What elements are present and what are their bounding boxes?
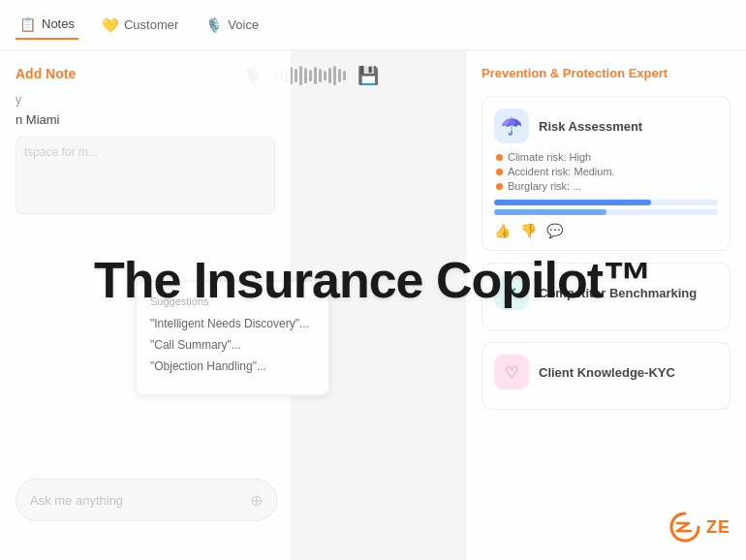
waveform-bar	[324, 71, 326, 80]
panel-field-label: y	[16, 93, 275, 107]
bullet-dot	[496, 169, 503, 175]
panel-field-value: n Miami	[16, 112, 275, 127]
thumbs-down-icon[interactable]: 👎	[520, 223, 537, 238]
bullet-dot	[496, 183, 503, 190]
kyc-card: ♡ Client Knowledge-KYC	[482, 342, 730, 410]
waveform-bar	[295, 69, 297, 82]
waveform-bar	[338, 69, 341, 82]
ze-logo-icon	[668, 510, 702, 544]
card-actions: 👍 👎 💬	[494, 223, 718, 238]
bullet-3: Burglary risk: ...	[496, 180, 718, 192]
suggestion-item-3[interactable]: "Objection Handling"...	[150, 359, 315, 373]
waveform-bar	[328, 68, 331, 83]
tab-notes[interactable]: 📋 Notes	[16, 11, 78, 40]
panel-title: Add Note	[16, 66, 275, 81]
thumbs-up-icon[interactable]: 👍	[494, 223, 511, 238]
top-nav: 📋 Notes 💛 Customer 🎙️ Voice	[0, 0, 746, 50]
save-icon[interactable]: 💾	[357, 65, 379, 86]
tab-customer[interactable]: 💛 Customer	[98, 12, 182, 39]
bullet-dot	[496, 154, 503, 161]
risk-title: Risk Assessment	[539, 119, 642, 134]
waveform-bar	[333, 66, 336, 85]
ask-placeholder: Ask me anything	[30, 493, 250, 508]
suggestion-item-2[interactable]: "Call Summary"...	[150, 338, 315, 352]
overlay-headline: The Insurance Copilot™	[94, 251, 652, 309]
risk-icon: ☂️	[494, 109, 529, 143]
comment-icon[interactable]: 💬	[546, 223, 563, 238]
waveform-bar	[304, 68, 307, 83]
waveform-bar	[314, 67, 317, 84]
kyc-icon: ♡	[494, 355, 529, 389]
suggestion-item-1[interactable]: "Intelligent Needs Discovery"...	[150, 317, 315, 330]
card-header-3: ♡ Client Knowledge-KYC	[494, 355, 718, 389]
bar-fill-2	[494, 209, 606, 215]
ze-logo-text: ZE	[706, 517, 730, 538]
tab-voice[interactable]: 🎙️ Voice	[202, 12, 263, 39]
waveform-bar	[343, 71, 346, 80]
card-header: ☂️ Risk Assessment	[494, 109, 718, 143]
right-panel-title: Prevention & Protection Expert	[482, 66, 730, 80]
notes-icon: 📋	[19, 16, 36, 32]
risk-bullets: Climate risk: High Accident risk: Medium…	[494, 151, 718, 192]
bullet-2: Accident risk: Medium.	[496, 166, 718, 177]
bar-fill-1	[494, 200, 651, 205]
bar-2	[494, 209, 718, 215]
kyc-title: Client Knowledge-KYC	[539, 365, 675, 380]
ask-send-button[interactable]: ⊕	[250, 491, 263, 510]
voice-icon: 🎙️	[205, 17, 222, 33]
risk-assessment-card: ☂️ Risk Assessment Climate risk: High Ac…	[482, 96, 730, 251]
panel-textarea-placeholder[interactable]: tspace for m...	[16, 137, 275, 214]
ze-logo: ZE	[668, 510, 730, 544]
waveform-bar	[299, 66, 302, 85]
ask-bar[interactable]: Ask me anything ⊕	[16, 479, 277, 521]
customer-icon: 💛	[102, 17, 118, 33]
overlay-headline-container: The Insurance Copilot™	[94, 251, 652, 309]
bar-1	[494, 200, 718, 205]
bullet-1: Climate risk: High	[496, 151, 718, 163]
waveform-bar	[319, 69, 322, 82]
waveform-bar	[309, 70, 312, 81]
